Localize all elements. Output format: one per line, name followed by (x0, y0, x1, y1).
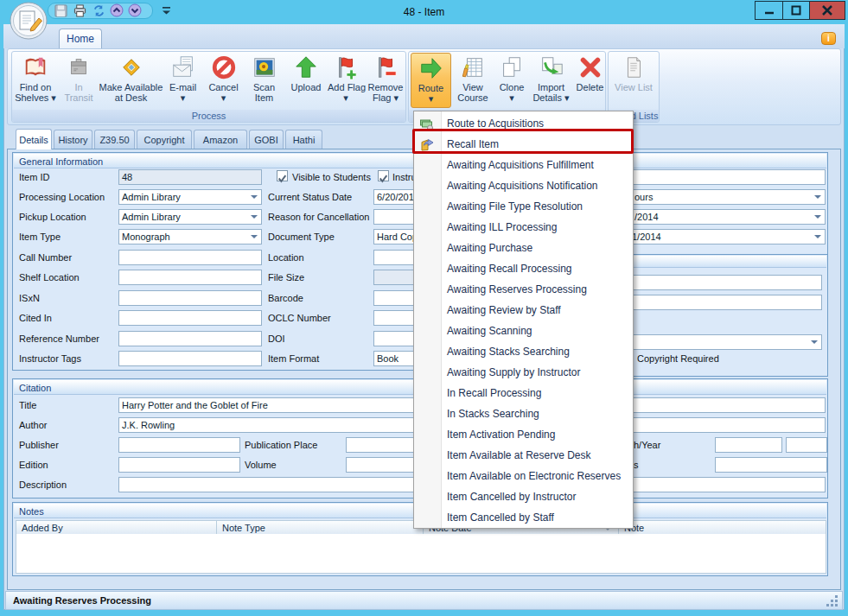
isxn-field[interactable] (118, 290, 262, 306)
pickup-location-combo[interactable]: Admin Library (118, 209, 262, 225)
menu-item-awaiting-reserves-processing[interactable]: Awaiting Reserves Processing (415, 279, 632, 300)
remove-flag-button[interactable]: RemoveFlag ▾ (365, 53, 406, 108)
navigate-up-icon[interactable] (109, 3, 124, 17)
month-year-label: h/Year (634, 440, 660, 450)
item-id-label: Item ID (19, 172, 49, 182)
edition-field[interactable] (118, 457, 240, 473)
item-id-field[interactable]: 48 (118, 169, 262, 185)
flag-minus-icon (365, 53, 406, 82)
email-button[interactable]: E-mail▾ (164, 53, 201, 108)
red-x-icon (573, 53, 607, 82)
title-label: Title (19, 400, 36, 410)
shelf-location-field[interactable] (118, 270, 262, 285)
menu-item-awaiting-ill-processing[interactable]: Awaiting ILL Processing (415, 217, 632, 238)
notes-column-note[interactable]: Note (618, 520, 826, 535)
navigate-down-icon[interactable] (127, 3, 143, 17)
menu-item-awaiting-file-type-resolution[interactable]: Awaiting File Type Resolution (415, 196, 632, 217)
tab-amazon[interactable]: Amazon (194, 130, 247, 149)
tab-copyright[interactable]: Copyright (137, 130, 192, 149)
instructor-provided-checkbox[interactable] (378, 170, 389, 181)
close-button[interactable] (809, 1, 845, 20)
notes-table-body[interactable] (16, 534, 826, 574)
status-bar: Awaiting Reserves Processing (5, 591, 843, 610)
edition-label: Edition (19, 460, 48, 470)
import-details-button[interactable]: ImportDetails ▾ (530, 53, 572, 108)
publisher-field[interactable] (118, 437, 240, 453)
month-field[interactable] (715, 437, 782, 453)
package-icon (60, 53, 98, 82)
make-available-at-desk-button[interactable]: Make Availableat Desk (99, 53, 163, 108)
find-on-shelves-button[interactable]: Find onShelves ▾ (13, 53, 58, 108)
pages-field[interactable] (715, 457, 827, 473)
publisher-label: Publisher (19, 440, 59, 450)
volume-label: Volume (245, 460, 277, 470)
author-label: Author (19, 420, 47, 430)
route-button[interactable]: Route▾ (411, 53, 451, 108)
menu-item-awaiting-purchase[interactable]: Awaiting Purchase (415, 238, 632, 258)
view-list-button[interactable]: View List (610, 53, 657, 108)
menu-item-in-stacks-searching[interactable]: In Stacks Searching (415, 403, 632, 424)
menu-item-item-available-on-electronic-reserves[interactable]: Item Available on Electronic Reserves (415, 466, 632, 486)
up-arrow-icon (285, 53, 327, 82)
ribbon-tab-home[interactable]: Home (59, 29, 102, 48)
menu-item-route-to-acquisitions[interactable]: Route to Acquisitions (415, 113, 632, 134)
help-icon[interactable]: i (821, 32, 836, 45)
tab-hathi[interactable]: Hathi (285, 130, 322, 149)
minimize-button[interactable] (755, 1, 783, 20)
year-field[interactable] (786, 437, 827, 453)
dropdown-arrow-icon (814, 235, 821, 238)
reference-number-label: Reference Number (19, 333, 99, 344)
maximize-button[interactable] (782, 1, 810, 20)
menu-item-in-recall-processing[interactable]: In Recall Processing (415, 383, 632, 403)
notes-column-added-by[interactable]: Added By (16, 520, 217, 535)
ribbon-tab-strip (3, 24, 845, 48)
table-pencil-icon (453, 53, 493, 82)
view-course-button[interactable]: ViewCourse (453, 53, 493, 108)
application-menu-button[interactable] (10, 2, 48, 40)
refresh-icon[interactable] (91, 3, 106, 17)
menu-item-item-available-at-reserve-desk[interactable]: Item Available at Reserve Desk (415, 445, 632, 466)
route-menu: Route to Acquisitions Recall Item Awaiti… (413, 111, 634, 529)
menu-item-awaiting-supply-by-instructor[interactable]: Awaiting Supply by Instructor (415, 362, 632, 383)
notes-column-note-type[interactable]: Note Type (216, 520, 424, 535)
menu-item-awaiting-recall-processing[interactable]: Awaiting Recall Processing (415, 258, 632, 279)
menu-item-awaiting-scanning[interactable]: Awaiting Scanning (415, 321, 632, 341)
menu-item-awaiting-review-by-staff[interactable]: Awaiting Review by Staff (415, 300, 632, 321)
cancel-button[interactable]: Cancel▾ (202, 53, 245, 108)
resize-grip[interactable] (826, 594, 838, 606)
save-icon[interactable] (53, 3, 68, 17)
minimize-icon (763, 5, 775, 16)
scan-item-button[interactable]: ScanItem (245, 53, 283, 108)
tab-gobi[interactable]: GOBI (249, 130, 284, 149)
cited-in-field[interactable] (118, 310, 262, 326)
reference-number-field[interactable] (118, 331, 262, 346)
processing-location-combo[interactable]: Admin Library (118, 189, 262, 205)
add-flag-button[interactable]: Add Flag▾ (328, 53, 364, 108)
tab-history[interactable]: History (54, 130, 92, 149)
customize-quick-access-icon[interactable] (158, 3, 174, 17)
print-icon[interactable] (72, 3, 87, 17)
menu-item-awaiting-stacks-searching[interactable]: Awaiting Stacks Searching (415, 341, 632, 362)
menu-item-item-cancelled-by-staff[interactable]: Item Cancelled by Staff (415, 507, 632, 528)
call-number-field[interactable] (118, 250, 262, 265)
menu-item-awaiting-acquisitions-notification[interactable]: Awaiting Acquisitions Notification (415, 175, 632, 196)
menu-item-awaiting-acquisitions-fulfillment[interactable]: Awaiting Acquisitions Fulfillment (415, 155, 632, 175)
delete-button[interactable]: Delete (573, 53, 607, 108)
in-transit-button[interactable]: InTransit (60, 53, 98, 108)
processing-location-label: Processing Location (19, 192, 105, 202)
upload-button[interactable]: Upload (285, 53, 327, 108)
clone-button[interactable]: Clone▾ (494, 53, 529, 108)
description-label: Description (19, 479, 67, 490)
close-icon (821, 5, 833, 16)
visible-to-students-checkbox[interactable] (277, 170, 288, 181)
instructor-tags-field[interactable] (118, 351, 262, 366)
dropdown-arrow-icon (251, 195, 258, 199)
item-type-combo[interactable]: Monograph (118, 229, 262, 244)
menu-item-item-cancelled-by-instructor[interactable]: Item Cancelled by Instructor (415, 486, 632, 507)
location-label: Location (268, 252, 304, 263)
tab-z3950[interactable]: Z39.50 (94, 130, 135, 149)
tab-details[interactable]: Details (16, 129, 52, 149)
book-icon (13, 53, 58, 82)
menu-item-item-activation-pending[interactable]: Item Activation Pending (415, 424, 632, 445)
menu-item-recall-item[interactable]: Recall Item (415, 134, 632, 155)
